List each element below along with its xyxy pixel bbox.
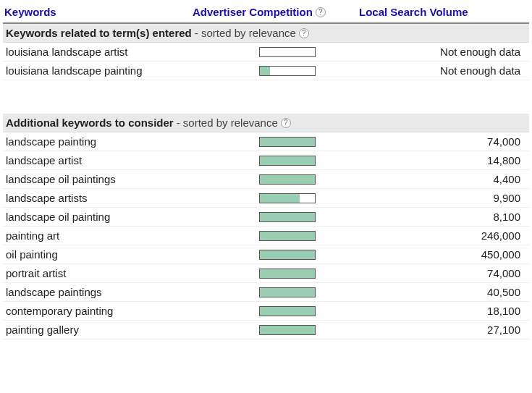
keyword-cell: contemporary painting (6, 305, 259, 317)
volume-cell: 8,100 (353, 211, 526, 223)
col-header-keywords[interactable]: Keywords (4, 6, 56, 18)
competition-bar (259, 137, 316, 147)
keyword-cell: portrait artist (6, 267, 259, 279)
competition-bar-fill (260, 156, 315, 165)
volume-cell: 18,100 (353, 305, 526, 317)
competition-bar-fill (260, 269, 315, 278)
keyword-cell: painting gallery (6, 324, 259, 336)
competition-bar-fill (260, 307, 315, 316)
competition-cell (259, 250, 353, 260)
keyword-cell: landscape artist (6, 154, 259, 166)
help-icon[interactable]: ? (316, 7, 326, 17)
competition-bar (259, 174, 316, 185)
competition-bar (259, 66, 316, 76)
competition-bar (259, 325, 316, 335)
competition-bar-fill (260, 67, 270, 75)
table-row: landscape painting74,000 (3, 132, 529, 151)
competition-bar-fill (260, 250, 315, 259)
volume-cell: 14,800 (353, 154, 526, 166)
table-row: landscape oil paintings4,400 (3, 170, 529, 189)
competition-cell (259, 174, 353, 185)
competition-bar-fill (260, 175, 315, 184)
competition-bar (259, 269, 316, 279)
section-header-related: Keywords related to term(s) entered - so… (3, 24, 529, 43)
spacer (3, 80, 529, 114)
competition-bar (259, 212, 316, 222)
competition-cell (259, 287, 353, 297)
competition-bar-fill (260, 288, 315, 297)
section-subtitle: - sorted by relevance (177, 117, 278, 129)
volume-cell: 74,000 (353, 135, 526, 148)
competition-bar (259, 306, 316, 316)
table-row: landscape artist14,800 (3, 151, 529, 170)
competition-bar (259, 250, 316, 260)
keyword-cell: landscape oil paintings (6, 173, 259, 185)
table-row: oil painting450,000 (3, 245, 529, 264)
keyword-cell: louisiana landscape painting (6, 64, 259, 77)
col-header-competition[interactable]: Advertiser Competition (193, 6, 313, 18)
help-icon[interactable]: ? (299, 28, 309, 38)
table-row: painting art246,000 (3, 227, 529, 245)
competition-cell (259, 156, 353, 166)
table-row: landscape paintings40,500 (3, 283, 529, 302)
competition-cell (259, 66, 353, 76)
col-header-volume[interactable]: Local Search Volume (359, 6, 468, 18)
section-title: Additional keywords to consider (6, 117, 174, 129)
section-header-additional: Additional keywords to consider - sorted… (3, 114, 529, 132)
table-row: portrait artist74,000 (3, 264, 529, 283)
column-header-row: Keywords Advertiser Competition ? Local … (3, 3, 529, 24)
competition-bar (259, 47, 316, 57)
competition-bar (259, 193, 316, 203)
competition-bar (259, 287, 316, 297)
table-row: louisiana landscape paintingNot enough d… (3, 62, 529, 80)
volume-cell: 4,400 (353, 173, 526, 185)
keyword-cell: landscape painting (6, 135, 259, 148)
competition-cell (259, 193, 353, 203)
table-row: painting gallery27,100 (3, 321, 529, 339)
volume-cell: 246,000 (353, 229, 526, 242)
keyword-cell: landscape paintings (6, 286, 259, 298)
table-row: landscape artists9,900 (3, 189, 529, 208)
keyword-cell: louisiana landscape artist (6, 46, 259, 58)
help-icon[interactable]: ? (281, 118, 291, 128)
volume-cell: Not enough data (353, 64, 526, 77)
volume-cell: 40,500 (353, 286, 526, 298)
competition-cell (259, 306, 353, 316)
volume-cell: 9,900 (353, 192, 526, 204)
competition-bar-fill (260, 326, 315, 334)
competition-bar (259, 156, 316, 166)
competition-cell (259, 269, 353, 279)
section-subtitle: - sorted by relevance (195, 27, 296, 39)
table-row: contemporary painting18,100 (3, 302, 529, 321)
keyword-cell: painting art (6, 229, 259, 242)
competition-cell (259, 137, 353, 147)
volume-cell: 74,000 (353, 267, 526, 279)
competition-cell (259, 47, 353, 57)
competition-bar-fill (260, 194, 300, 203)
volume-cell: 450,000 (353, 248, 526, 261)
table-row: landscape oil painting8,100 (3, 208, 529, 227)
competition-cell (259, 231, 353, 241)
keyword-cell: landscape oil painting (6, 211, 259, 223)
keyword-cell: oil painting (6, 248, 259, 261)
section-title: Keywords related to term(s) entered (6, 27, 192, 39)
competition-bar (259, 231, 316, 241)
table-row: louisiana landscape artistNot enough dat… (3, 43, 529, 62)
competition-bar-fill (260, 232, 315, 240)
competition-bar-fill (260, 213, 315, 221)
volume-cell: Not enough data (353, 46, 526, 58)
competition-cell (259, 212, 353, 222)
competition-bar-fill (260, 138, 315, 146)
competition-cell (259, 325, 353, 335)
volume-cell: 27,100 (353, 324, 526, 336)
keyword-cell: landscape artists (6, 192, 259, 204)
